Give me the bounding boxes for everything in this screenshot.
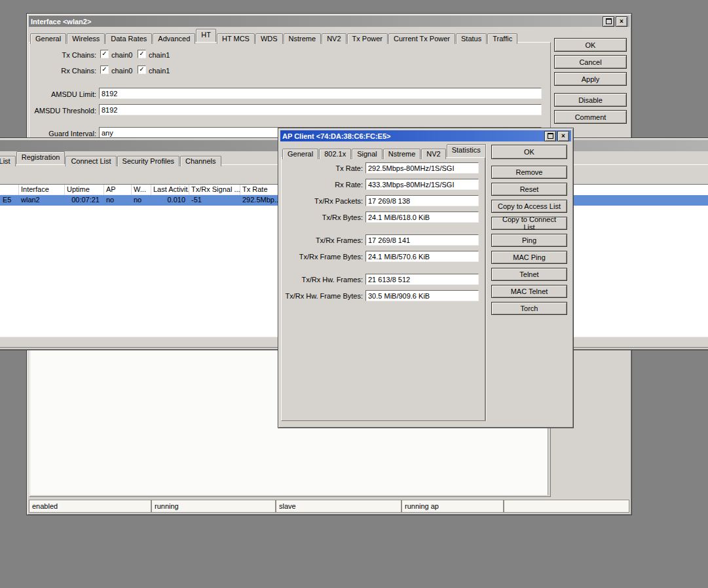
tx-chain0-checkbox[interactable]: ✓ <box>100 50 109 58</box>
ping-button[interactable]: Ping <box>491 234 567 247</box>
amsdu-threshold-label: AMSDU Threshold: <box>27 106 96 115</box>
close-icon[interactable]: × <box>557 131 569 141</box>
desktop: Interface <wlan2> × GeneralWirelessData … <box>0 0 708 588</box>
tab-advanced[interactable]: Advanced <box>153 33 195 44</box>
amsdu-limit-input[interactable] <box>99 88 542 99</box>
copy-to-access-list-button[interactable]: Copy to Access List <box>491 200 567 213</box>
rx-chain1-checkbox[interactable]: ✓ <box>138 65 146 74</box>
telnet-button[interactable]: Telnet <box>491 268 567 281</box>
column-header-uptime[interactable]: Uptime <box>65 185 104 195</box>
ap-client-titlebar[interactable]: AP Client <74:DA:38:C6:FC:E5> × <box>280 130 571 141</box>
content-buttons-divider <box>485 144 486 421</box>
tab-wireless[interactable]: Wireless <box>67 33 105 44</box>
txrx-hw-frames-value[interactable] <box>365 274 479 285</box>
restore-box-glyph <box>548 133 553 139</box>
column-header-ap[interactable]: AP <box>104 185 132 195</box>
tx-chain1-label: chain1 <box>149 50 174 60</box>
cell-ap[interactable]: no <box>104 195 132 206</box>
tab-nstreme[interactable]: Nstreme <box>284 33 322 44</box>
tab-nstreme[interactable]: Nstreme <box>383 149 421 159</box>
status-empty <box>504 500 629 513</box>
column-header-last-activity[interactable]: Last Activit... <box>151 185 189 195</box>
txrx-hw-frame-bytes-value[interactable] <box>365 290 479 301</box>
restore-box-glyph <box>606 18 612 24</box>
restore-icon[interactable] <box>544 131 556 141</box>
tab-traffic[interactable]: Traffic <box>487 33 517 44</box>
column-header-mac[interactable] <box>1 185 19 195</box>
restore-icon[interactable] <box>603 16 614 27</box>
remove-button[interactable]: Remove <box>491 166 567 179</box>
tab-8021x[interactable]: 802.1x <box>319 149 351 159</box>
txrx-frames-label: Tx/Rx Frames: <box>278 236 363 245</box>
tab-current-tx-power[interactable]: Current Tx Power <box>388 33 455 44</box>
tab-ht-mcs[interactable]: HT MCS <box>217 33 255 44</box>
tab-statistics[interactable]: Statistics <box>447 144 486 157</box>
column-header-txrx-signal[interactable]: Tx/Rx Signal ... <box>189 185 240 195</box>
tab-signal[interactable]: Signal <box>352 149 382 159</box>
txrx-frame-bytes-value[interactable] <box>365 251 479 262</box>
cell-mac[interactable]: E5 <box>1 195 19 206</box>
ok-button[interactable]: OK <box>491 145 567 159</box>
txrx-frames-value[interactable] <box>365 234 479 246</box>
tab-status[interactable]: Status <box>456 33 487 44</box>
txrx-hw-frames-label: Tx/Rx Hw. Frames: <box>278 275 363 284</box>
amsdu-threshold-input[interactable] <box>99 104 542 115</box>
cancel-button[interactable]: Cancel <box>554 55 627 69</box>
interface-window-title: Interface <wlan2> <box>31 18 601 26</box>
tx-chain1-checkbox[interactable]: ✓ <box>138 50 146 58</box>
cell-interface[interactable]: wlan2 <box>19 195 65 206</box>
tx-rate-value[interactable] <box>365 162 479 174</box>
ap-client-window: AP Client <74:DA:38:C6:FC:E5> × General8… <box>278 128 574 428</box>
apply-button[interactable]: Apply <box>554 72 627 86</box>
tab-ht[interactable]: HT <box>196 29 216 42</box>
tab-nv2[interactable]: NV2 <box>322 33 346 44</box>
cell-wds[interactable]: no <box>132 195 151 206</box>
close-icon[interactable]: × <box>616 16 627 27</box>
tab-connect-list[interactable]: Connect List <box>65 156 116 166</box>
rx-chain0-label: chain0 <box>111 66 136 75</box>
tab-data-rates[interactable]: Data Rates <box>105 33 152 44</box>
tab-security-profiles[interactable]: Security Profiles <box>117 156 179 166</box>
status-running: running <box>151 500 276 513</box>
rx-chains-label: Rx Chains: <box>27 66 96 75</box>
amsdu-limit-label: AMSDU Limit: <box>27 90 96 99</box>
cell-last-activity[interactable]: 0.010 <box>151 195 187 206</box>
rx-chain1-label: chain1 <box>149 66 174 75</box>
tab-nv2[interactable]: NV2 <box>421 149 445 159</box>
cell-txrx-signal[interactable]: -51 <box>189 195 240 206</box>
copy-to-connect-list-button[interactable]: Copy to Connect List <box>491 217 567 230</box>
txrx-bytes-value[interactable] <box>365 211 479 223</box>
rx-rate-label: Rx Rate: <box>278 180 363 189</box>
rx-chain0-checkbox[interactable]: ✓ <box>100 65 109 74</box>
txrx-packets-label: Tx/Rx Packets: <box>278 196 363 206</box>
comment-button[interactable]: Comment <box>554 110 627 124</box>
tab-tx-power[interactable]: Tx Power <box>347 33 388 44</box>
torch-button[interactable]: Torch <box>491 302 567 315</box>
reset-button[interactable]: Reset <box>491 183 567 196</box>
tab-access-list-clipped[interactable]: s List <box>0 156 16 166</box>
status-running-ap: running ap <box>401 500 504 513</box>
rx-rate-value[interactable] <box>365 179 479 190</box>
tab-general[interactable]: General <box>282 149 318 159</box>
ok-button[interactable]: OK <box>554 38 627 52</box>
tab-general[interactable]: General <box>30 33 66 44</box>
txrx-packets-value[interactable] <box>365 195 479 206</box>
wireless-tabstrip: s ListRegistrationConnect ListSecurity P… <box>0 151 222 165</box>
mac-telnet-button[interactable]: MAC Telnet <box>491 285 567 298</box>
tab-registration[interactable]: Registration <box>16 151 65 164</box>
guard-interval-label: Guard Interval: <box>27 129 96 138</box>
column-header-wds[interactable]: W... <box>132 185 151 195</box>
disable-button[interactable]: Disable <box>554 93 627 107</box>
tab-channels[interactable]: Channels <box>180 156 221 166</box>
ap-client-window-title: AP Client <74:DA:38:C6:FC:E5> <box>282 132 543 140</box>
interface-titlebar[interactable]: Interface <wlan2> × <box>29 16 629 27</box>
status-enabled: enabled <box>29 500 151 513</box>
status-slave: slave <box>276 500 401 513</box>
ap-client-tabstrip: General802.1xSignalNstremeNV2Statistics <box>282 144 487 158</box>
mac-ping-button[interactable]: MAC Ping <box>491 251 567 264</box>
tx-chains-label: Tx Chains: <box>27 50 96 60</box>
tab-wds[interactable]: WDS <box>255 33 283 44</box>
txrx-frame-bytes-label: Tx/Rx Frame Bytes: <box>278 252 363 261</box>
cell-uptime[interactable]: 00:07:21 <box>65 195 102 206</box>
column-header-interface[interactable]: Interface <box>19 185 65 195</box>
